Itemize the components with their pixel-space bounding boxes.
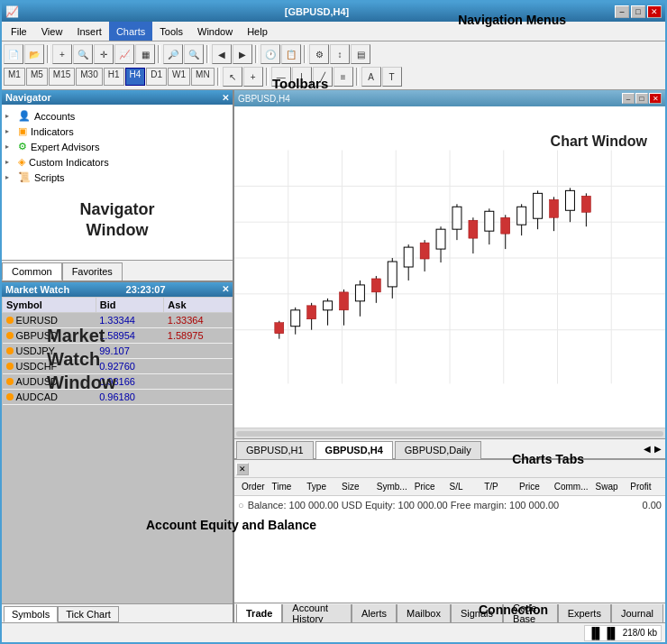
col-swap[interactable]: Swap xyxy=(592,482,627,492)
nav-tab-favorites[interactable]: Favorites xyxy=(62,262,123,281)
line-btn[interactable]: 📈 xyxy=(114,44,134,64)
h-line-btn[interactable]: — xyxy=(271,67,291,87)
market-watch-tabs: Symbols Tick Chart xyxy=(2,603,233,622)
menu-insert[interactable]: Insert xyxy=(69,22,109,41)
tf-m30[interactable]: M30 xyxy=(76,68,102,86)
tf-m1[interactable]: M1 xyxy=(4,68,25,86)
nav-indicators[interactable]: ▸ ▣ Indicators xyxy=(5,124,229,139)
col-sl[interactable]: S/L xyxy=(445,482,480,492)
terminal-tab-signals[interactable]: Signals xyxy=(451,604,503,622)
chart-scrollbar[interactable] xyxy=(234,428,665,438)
mw-tab-tick-chart[interactable]: Tick Chart xyxy=(58,606,119,622)
col-comm[interactable]: Comm... xyxy=(551,482,592,492)
menu-view[interactable]: View xyxy=(34,22,70,41)
text-t-btn[interactable]: T xyxy=(382,67,402,87)
terminal-tab-mailbox[interactable]: Mailbox xyxy=(397,604,451,622)
nav-scripts[interactable]: ▸ 📜 Scripts xyxy=(5,170,229,185)
chart-maximize-btn[interactable]: □ xyxy=(635,93,648,104)
chart-minimize-btn[interactable]: – xyxy=(622,93,635,104)
terminal-tab-experts[interactable]: Experts xyxy=(558,604,611,622)
mw-row-usdjpy[interactable]: USDJPY 99.107 xyxy=(3,343,233,358)
terminal-panel: ✕ Order Time Type Size Symb... Price S/L… xyxy=(234,458,665,603)
col-time[interactable]: Time xyxy=(269,482,304,492)
trend-btn[interactable]: ╱ xyxy=(313,67,333,87)
chart-tab-gbpusd-h4[interactable]: GBPUSD,H4 xyxy=(315,441,393,459)
svg-rect-36 xyxy=(452,207,461,229)
chart-tab-scroll-right[interactable]: ▶ xyxy=(653,442,663,455)
col-order[interactable]: Order xyxy=(238,482,269,492)
col-size[interactable]: Size xyxy=(338,482,373,492)
tf-h4[interactable]: H4 xyxy=(125,68,146,86)
chart-tab-gbpusd-h1[interactable]: GBPUSD,H1 xyxy=(236,441,314,459)
menu-window[interactable]: Window xyxy=(190,22,240,41)
auto-btn[interactable]: ↕ xyxy=(330,44,350,64)
mw-row-audcad[interactable]: AUDCAD 0.96180 xyxy=(3,389,233,404)
col-type[interactable]: Type xyxy=(303,482,338,492)
chart-tab-scroll-left[interactable]: ◀ xyxy=(642,442,653,455)
navigator-close-btn[interactable]: ✕ xyxy=(222,93,229,103)
nav-expert-advisors[interactable]: ▸ ⚙ Expert Advisors xyxy=(5,139,229,154)
tf-m15[interactable]: M15 xyxy=(49,68,75,86)
grid-btn[interactable]: ▤ xyxy=(351,44,370,64)
zoom-in-btn[interactable]: + xyxy=(52,44,72,64)
terminal-tab-codebase[interactable]: Code Base xyxy=(503,604,558,622)
mw-row-eurusd[interactable]: EURUSD 1.33344 1.33364 xyxy=(3,312,233,327)
mw-tab-symbols[interactable]: Symbols xyxy=(4,606,58,622)
terminal-close-btn[interactable]: ✕ xyxy=(236,463,249,475)
sep1 xyxy=(47,45,50,63)
template-btn[interactable]: 📋 xyxy=(281,44,301,64)
menu-charts[interactable]: Charts xyxy=(109,22,152,41)
chart-tab-gbpusd-daily[interactable]: GBPUSD,Daily xyxy=(395,441,481,459)
mw-bid-audusd: 0.93166 xyxy=(96,373,164,389)
magnify-out-btn[interactable]: 🔍 xyxy=(184,44,204,64)
crosshair-btn[interactable]: ✛ xyxy=(94,44,114,64)
col-symbol[interactable]: Symb... xyxy=(373,482,411,492)
minimize-button[interactable]: – xyxy=(615,5,629,18)
tf-d1[interactable]: D1 xyxy=(146,68,167,86)
crosshair2-btn[interactable]: + xyxy=(243,67,263,87)
text-a-btn[interactable]: A xyxy=(361,67,381,87)
cursor-btn[interactable]: ↖ xyxy=(223,67,242,87)
period-btn[interactable]: 🕐 xyxy=(260,44,280,64)
terminal-tab-alerts[interactable]: Alerts xyxy=(352,604,397,622)
tf-w1[interactable]: W1 xyxy=(168,68,190,86)
navigator-annotation: NavigatorWindow xyxy=(5,185,229,256)
open-btn[interactable]: 📂 xyxy=(24,44,44,64)
market-watch-close-btn[interactable]: ✕ xyxy=(222,284,229,294)
menu-tools[interactable]: Tools xyxy=(152,22,190,41)
v-line-btn[interactable]: | xyxy=(292,67,312,87)
terminal-tab-journal[interactable]: Journal xyxy=(611,604,663,622)
terminal-toolbar-bar: ✕ xyxy=(234,460,665,478)
scroll-right-btn[interactable]: ▶ xyxy=(233,44,252,64)
accounts-icon: 👤 xyxy=(18,110,31,122)
nav-accounts[interactable]: ▸ 👤 Accounts xyxy=(5,108,229,124)
col-price2[interactable]: Price xyxy=(516,482,551,492)
tf-m5[interactable]: M5 xyxy=(26,68,48,86)
col-price[interactable]: Price xyxy=(411,482,446,492)
terminal-tab-account[interactable]: Account History xyxy=(282,604,352,622)
menu-help[interactable]: Help xyxy=(240,22,275,41)
maximize-button[interactable]: □ xyxy=(631,5,645,18)
chart-close-btn[interactable]: ✕ xyxy=(649,93,662,104)
col-tp[interactable]: T/P xyxy=(480,482,516,492)
svg-rect-18 xyxy=(307,306,316,319)
mw-row-usdchf[interactable]: USDCHF 0.92760 xyxy=(3,358,233,373)
options-btn[interactable]: ⚙ xyxy=(309,44,329,64)
magnify-btn[interactable]: 🔎 xyxy=(163,44,183,64)
svg-rect-34 xyxy=(436,229,445,249)
terminal-tab-trade[interactable]: Trade xyxy=(236,604,282,622)
col-profit[interactable]: Profit xyxy=(626,482,662,492)
nav-custom-indicators[interactable]: ▸ ◈ Custom Indicators xyxy=(5,154,229,170)
tf-mn[interactable]: MN xyxy=(191,68,215,86)
scroll-left-btn[interactable]: ◀ xyxy=(212,44,232,64)
mw-row-gbpusd[interactable]: GBPUSD 1.58954 1.58975 xyxy=(3,327,233,343)
bar-chart-btn[interactable]: ▦ xyxy=(135,44,155,64)
close-button[interactable]: ✕ xyxy=(647,5,662,18)
channel-btn[interactable]: ≡ xyxy=(334,67,353,87)
mw-row-audusd[interactable]: AUDUSD 0.93166 xyxy=(3,373,233,389)
nav-tab-common[interactable]: Common xyxy=(2,262,62,281)
tf-h1[interactable]: H1 xyxy=(104,68,124,86)
new-chart-btn[interactable]: 📄 xyxy=(4,44,23,64)
menu-file[interactable]: File xyxy=(4,22,34,41)
zoom-out-btn[interactable]: 🔍 xyxy=(73,44,93,64)
